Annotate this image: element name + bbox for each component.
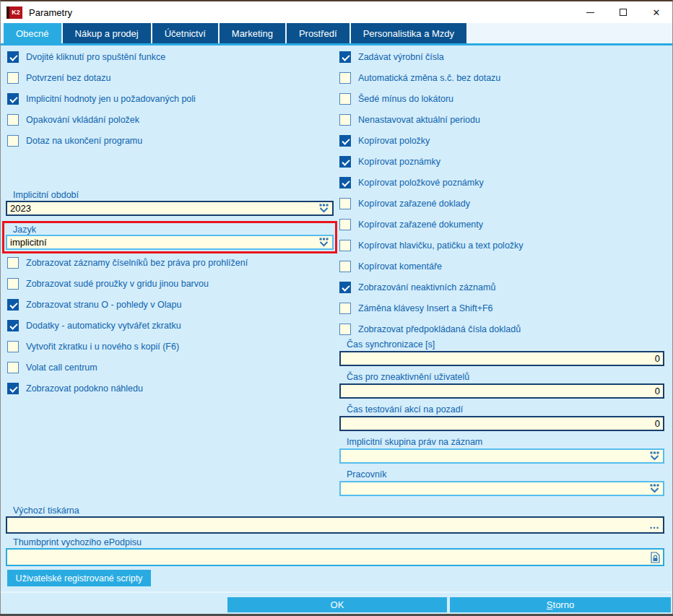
checkbox-row: Volat call centrum <box>7 362 248 373</box>
checkbox-row: Dotaz na ukončení programu <box>7 135 196 147</box>
checkbox-implicitni-hodnoty-jen-u-pozadovanych-poli[interactable] <box>7 93 19 105</box>
minimize-button[interactable] <box>573 1 607 23</box>
checkbox-kopirovat-polozky[interactable] <box>339 135 351 147</box>
window-title: Parametry <box>29 7 72 18</box>
dropdown-history-icon[interactable] <box>649 484 660 493</box>
period-field[interactable]: 2023 <box>6 201 334 216</box>
checkbox-kopirovat-komentare[interactable] <box>339 261 351 272</box>
maximize-button[interactable] <box>607 1 640 23</box>
checkbox-zobrazovat-stranu-o-pohledy-v-olapu[interactable] <box>7 299 19 311</box>
checkbox-label: Vytvořit zkratku i u nového s kopií (F6) <box>26 342 179 352</box>
checkbox-label: Zobrazovat stranu O - pohledy v Olapu <box>26 300 181 310</box>
checkbox-kopirovat-poznamky[interactable] <box>339 156 351 168</box>
checkbox-label: Zobrazování neaktivních záznamů <box>358 282 495 292</box>
checkbox-sede-minus-do-lokatoru[interactable] <box>339 93 351 105</box>
checkbox-volat-call-centrum[interactable] <box>7 362 19 373</box>
printer-label: Výchozí tiskárna <box>13 506 79 516</box>
field-label: Implicitní skupina práv na záznam <box>347 437 664 447</box>
checkbox-row: Záměna klávesy Insert a Shift+F6 <box>339 303 524 314</box>
checkbox-zadavat-vyrobni-cisla[interactable] <box>339 51 351 63</box>
minimize-icon <box>586 12 594 13</box>
tab-nakup-a-prodej[interactable]: Nákup a prodej <box>63 23 151 43</box>
dropdown-icon-slot[interactable] <box>649 484 660 493</box>
checkbox-label: Kopírovat zařazené doklady <box>358 199 470 209</box>
checkbox-nenastavovat-aktualni-periodu[interactable] <box>339 114 351 126</box>
checkbox-zobrazovat-predpokladana-cisla-dokladu[interactable] <box>339 324 351 335</box>
field-cas-testovani-akci-na-pozadi[interactable]: 0 <box>339 416 664 431</box>
period-dropdown-icon[interactable] <box>318 204 329 213</box>
field-cas-pro-zneaktivneni-uzivatelu[interactable]: 0 <box>339 383 664 399</box>
user-scripts-button[interactable]: Uživatelské registrované scripty <box>7 570 151 586</box>
checkbox-potvrzeni-bez-dotazu[interactable] <box>7 72 19 84</box>
tab-label: Účetnictví <box>165 28 206 39</box>
checkbox-vytvorit-zkratku-i-u-noveho-s-kopii-f6[interactable] <box>7 341 19 352</box>
checkbox-row: Dodatky - automaticky vytvářet zkratku <box>7 320 248 331</box>
k2-logo-icon: K2 <box>6 6 22 19</box>
ok-button[interactable]: OK <box>227 597 447 612</box>
checkbox-label: Kopírovat komentáře <box>358 261 442 272</box>
dropdown-icon-slot[interactable] <box>649 451 660 461</box>
footer-separator <box>1 591 672 593</box>
checkbox-row: Kopírovat hlavičku, patičku a text polož… <box>339 240 524 251</box>
checkbox-dvojite-kliknuti-pro-spusteni-funkce[interactable] <box>7 51 19 63</box>
checkbox-row: Zobrazovat záznamy číselníků bez práva p… <box>7 257 248 269</box>
checkbox-row: Kopírovat položkové poznámky <box>339 177 524 188</box>
checkbox-row: Opakování vkládání položek <box>7 114 196 126</box>
period-label: Implicitní období <box>13 190 79 200</box>
annotation-highlight-jazyk: Jazyk implicitní <box>2 221 337 253</box>
printer-browse-button[interactable]: … <box>649 521 660 529</box>
language-dropdown-icon[interactable] <box>318 238 329 247</box>
checkbox-kopirovat-hlavicku-paticku-a-text-polozky[interactable] <box>339 240 351 251</box>
tab-marketing[interactable]: Marketing <box>220 23 285 43</box>
checkbox-label: Dodatky - automaticky vytvářet zkratku <box>26 321 181 331</box>
field-group: Implicitní skupina práv na záznam <box>339 437 664 464</box>
thumbprint-field[interactable] <box>6 548 664 566</box>
checkbox-kopirovat-zarazene-doklady[interactable] <box>339 198 351 209</box>
certificate-lock-icon[interactable] <box>651 552 660 563</box>
checkbox-label: Záměna klávesy Insert a Shift+F6 <box>358 303 493 313</box>
checkbox-zamena-klavesy-insert-a-shift-f6[interactable] <box>339 303 351 314</box>
field-value: 0 <box>344 353 660 364</box>
language-field[interactable]: implicitní <box>6 235 334 250</box>
tab-label: Nákup a prodej <box>75 28 139 39</box>
field-pracovnik[interactable] <box>339 481 664 496</box>
checkbox-opakovani-vkladani-polozek[interactable] <box>7 114 19 126</box>
tab-label: Personalistika a Mzdy <box>363 28 454 39</box>
checkbox-zobrazovat-podokno-nahledu[interactable] <box>7 383 19 394</box>
storno-button-label: Storno <box>547 599 574 610</box>
field-label: Pracovník <box>347 469 664 480</box>
title-bar: K2 Parametry ✕ <box>0 1 673 23</box>
checkbox-dodatky-automaticky-vytvaret-zkratku[interactable] <box>7 320 19 331</box>
checkbox-label: Kopírovat položkové poznámky <box>358 178 484 188</box>
field-group: Čas testování akcí na pozadí 0 <box>339 404 664 431</box>
checkbox-label: Šedé mínus do lokátoru <box>358 94 453 104</box>
checkbox-dotaz-na-ukonceni-programu[interactable] <box>7 135 19 147</box>
checkbox-label: Nenastavovat aktuální periodu <box>358 115 480 125</box>
field-group: Čas synchronizace [s] 0 <box>339 339 664 366</box>
checkbox-label: Zobrazovat záznamy číselníků bez práva p… <box>26 258 248 268</box>
tab-bar: Obecné Nákup a prodej Účetnictví Marketi… <box>0 23 673 43</box>
tab-ucetnictvi[interactable]: Účetnictví <box>152 23 218 43</box>
field-implicitni-skupina-prav-na-zaznam[interactable] <box>339 448 664 464</box>
tab-personalistika-a-mzdy[interactable]: Personalistika a Mzdy <box>351 23 466 43</box>
checkbox-row: Kopírovat komentáře <box>339 261 524 272</box>
checkbox-row: Kopírovat položky <box>339 135 524 147</box>
checkbox-zobrazovat-zaznamy-ciselniku-bez-prava-pro-prohlizeni[interactable] <box>7 257 19 269</box>
printer-field[interactable]: … <box>6 516 664 534</box>
close-button[interactable]: ✕ <box>640 1 673 23</box>
tab-obecne[interactable]: Obecné <box>4 23 61 43</box>
field-label: Čas synchronizace [s] <box>347 339 664 350</box>
tab-prostredi[interactable]: Prostředí <box>287 23 349 43</box>
storno-button[interactable]: Storno <box>450 597 671 612</box>
dropdown-history-icon[interactable] <box>318 204 329 213</box>
checkbox-kopirovat-zarazene-dokumenty[interactable] <box>339 219 351 230</box>
checkbox-zobrazovani-neaktivnich-zaznamu[interactable] <box>339 282 351 293</box>
dropdown-history-icon[interactable] <box>649 451 660 461</box>
checkbox-zobrazovat-sude-prouzky-v-gridu-jinou-barvou[interactable] <box>7 278 19 290</box>
field-label: Čas pro zneaktivnění uživatelů <box>347 372 664 382</box>
checkbox-automaticka-zmena-s-c-bez-dotazu[interactable] <box>339 72 351 84</box>
right-fields-group: Čas synchronizace [s] 0 Čas pro zneaktiv… <box>339 339 664 502</box>
checkbox-kopirovat-polozkove-poznamky[interactable] <box>339 177 351 188</box>
field-cas-synchronizace-s[interactable]: 0 <box>339 351 664 366</box>
dropdown-history-icon[interactable] <box>318 238 329 247</box>
